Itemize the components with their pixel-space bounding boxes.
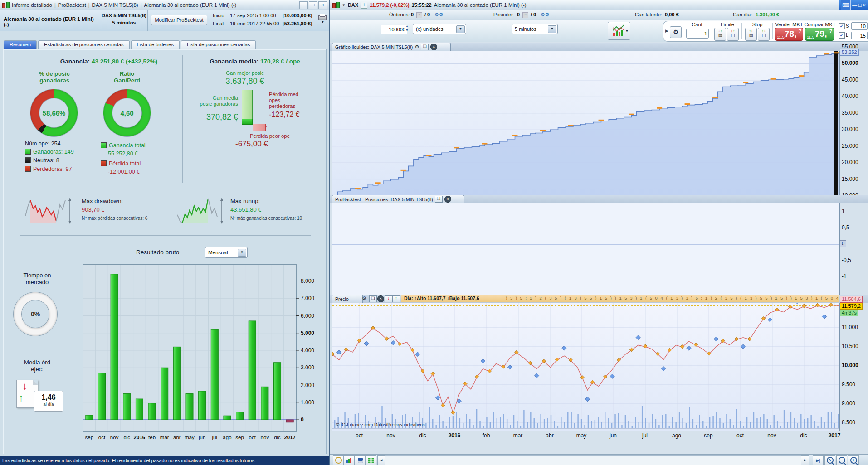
price-tick-11.000: 11.000 xyxy=(842,324,858,330)
symbol-label[interactable]: DAX xyxy=(348,2,358,8)
chevron-up-icon[interactable]: ▲ xyxy=(405,24,409,28)
close-button[interactable]: × xyxy=(318,1,327,9)
wrench-icon[interactable]: ⚙ xyxy=(414,44,419,50)
arrow-up-icon: ↑ xyxy=(733,29,735,33)
report-titlebar[interactable]: Informe detallado| ProBacktest| DAX 5 MI… xyxy=(0,0,329,10)
gear-icon[interactable]: ⚙⚙ xyxy=(434,12,444,18)
h-scrollbar-track[interactable] xyxy=(385,455,801,465)
perdida-med-label: Pérdida med opes perdedoras xyxy=(269,92,312,109)
zoom-out-button[interactable]: − xyxy=(836,455,847,465)
chevron-down-icon[interactable]: ▼ xyxy=(405,29,409,32)
print-button[interactable]: ▼ xyxy=(317,14,327,21)
sell-stop-order-button[interactable]: ↑↓▤ xyxy=(745,28,757,41)
chevron-down-icon: ▼ xyxy=(238,249,246,257)
scroll-right-button[interactable]: ► xyxy=(801,455,809,465)
gear-icon[interactable]: ⚙⚙ xyxy=(541,12,550,18)
cant-input[interactable] xyxy=(686,29,709,39)
svg-text:oct: oct xyxy=(249,435,256,440)
max-runup-value: 43.651,80 € xyxy=(230,206,262,213)
monthly-results-chart[interactable]: 01.0002.0003.0004.0005.0006.0007.0008.00… xyxy=(83,264,319,446)
scroll-left-button[interactable]: ◄ xyxy=(377,455,385,465)
price-axis: 11.584,611.579,24m37s11.00010.50010.0009… xyxy=(840,0,868,435)
buy-stop-order-button[interactable]: ↑↓▢ xyxy=(758,28,770,41)
gan-media-pos-label: Gan media posic ganadoras xyxy=(188,95,238,107)
timeframe-select[interactable]: 5 minutos▼ xyxy=(512,24,558,34)
wrench-icon[interactable]: ⚙ xyxy=(362,295,366,301)
titlebar-item: DAX 5 MIN TSL5(8) xyxy=(92,2,138,8)
maximize-button[interactable]: □ xyxy=(309,1,317,9)
table-button[interactable] xyxy=(366,455,376,465)
ordenes-value: 0 xyxy=(411,12,414,17)
buy-arrow-button[interactable]: ↑ xyxy=(392,295,400,302)
tab-1[interactable]: Estadísticas de posiciones cerradas xyxy=(38,40,129,49)
ticker-pattern: ) 3 ) 5 ; 1 ) 2 ( 3 5 ) ( 1 3 ) 5 5 ) 1 … xyxy=(506,295,839,300)
chevron-down-icon: ▼ xyxy=(548,25,556,33)
price-tick-9.000: 9.000 xyxy=(842,400,855,407)
stats-button[interactable] xyxy=(344,455,355,465)
posicion-label: Posición: xyxy=(493,12,514,17)
ganancia-total-row: Ganancia total xyxy=(101,142,146,149)
gan-dia-label: Gan día: xyxy=(733,12,752,17)
sell-limit-order-button[interactable]: ↓↑▤ xyxy=(714,28,726,41)
maximize-panel-button[interactable]: ❏ xyxy=(435,196,443,203)
svg-text:jul: jul xyxy=(212,435,218,440)
gan-mejor-value: 3.637,80 € xyxy=(206,77,283,86)
chart-titlebar[interactable]: ▼ DAX i 11.579,2 (-0,02%) 15:55:22 Alema… xyxy=(330,0,868,10)
titlebar-item: ProBacktest xyxy=(58,2,86,8)
zoom-in-button[interactable]: + xyxy=(848,455,859,465)
buy-limit-order-button[interactable]: ↓↑▢ xyxy=(727,28,739,41)
tab-2[interactable]: Lista de órdenes xyxy=(131,40,180,49)
black-swatch-icon xyxy=(25,157,31,163)
go-to-end-button[interactable]: ▶| xyxy=(813,455,824,465)
arrow-left-icon: ← xyxy=(264,121,271,129)
separator: | xyxy=(54,2,56,8)
sell-arrow-button[interactable]: ↓ xyxy=(385,295,392,302)
arrow-up-icon: ↑ xyxy=(19,392,24,404)
close-position-icon[interactable]: × xyxy=(522,12,528,18)
sell-market-button[interactable]: 11.5 78, 7 xyxy=(775,28,803,41)
max-drawdown-label: Max drawdown: xyxy=(82,198,123,204)
close-panel-button[interactable]: × xyxy=(377,295,384,302)
positions-chart-area[interactable] xyxy=(332,203,840,295)
buy-market-button[interactable]: 11.5 79, 7 xyxy=(805,28,834,41)
drawdown-sparkline xyxy=(23,195,76,227)
wrench-button[interactable]: ⚙ xyxy=(670,26,682,38)
svg-text:nov: nov xyxy=(110,435,119,440)
save-button[interactable] xyxy=(355,455,366,465)
minimize-button[interactable]: — xyxy=(299,1,308,9)
instrument-cell: Alemania 30 al contado (EUR 1 Mini) (-) xyxy=(0,10,101,31)
tab-3[interactable]: Lista de posiciones cerradas xyxy=(181,40,256,49)
chart-type-button[interactable]: ▼ xyxy=(608,22,630,40)
price-chart-area[interactable]: © IG-Finance.com Datos/Precios indicativ… xyxy=(332,303,840,431)
clock-button[interactable] xyxy=(333,455,344,465)
collapse-arrow-icon[interactable]: ▶ xyxy=(665,29,668,33)
zoom-cursor-button[interactable]: ↖ xyxy=(824,455,835,465)
separator: | xyxy=(88,2,90,8)
close-panel-button[interactable]: × xyxy=(444,196,451,203)
time-label-feb: feb xyxy=(473,432,499,439)
time-label-ago: ago xyxy=(664,432,689,439)
info-icon[interactable]: i xyxy=(361,2,367,9)
modify-probacktest-button[interactable]: Modificar ProBacktest xyxy=(151,15,207,25)
svg-text:jun: jun xyxy=(198,435,205,440)
positions-gridline xyxy=(332,244,839,245)
tab-0[interactable]: Resumen xyxy=(4,40,37,49)
price-tick-10.500: 10.500 xyxy=(842,343,858,349)
divider xyxy=(74,239,74,428)
maximize-panel-button[interactable]: ❏ xyxy=(369,295,377,302)
chevron-down-icon[interactable]: ▼ xyxy=(342,3,346,7)
maximize-panel-button[interactable]: ❏ xyxy=(421,44,429,50)
cancel-orders-icon[interactable]: × xyxy=(416,12,422,18)
quantity-stepper[interactable]: ▲ ▼ xyxy=(405,24,411,34)
divider xyxy=(14,350,64,350)
unit-select[interactable]: (x) unidades▼ xyxy=(413,24,466,34)
quantity-input[interactable] xyxy=(381,25,407,34)
period-select[interactable]: Mensual ▼ xyxy=(205,247,248,258)
max-runup-label: Max runup: xyxy=(230,198,260,204)
avg-gain-bar xyxy=(242,119,253,125)
liquidity-chart-area[interactable] xyxy=(332,51,840,196)
media-ord-box: 1,46 al día xyxy=(34,391,63,412)
close-panel-button[interactable]: × xyxy=(430,44,437,50)
perdida-total-value: -12.001,00 € xyxy=(108,169,140,175)
positions-gridline xyxy=(332,212,839,212)
